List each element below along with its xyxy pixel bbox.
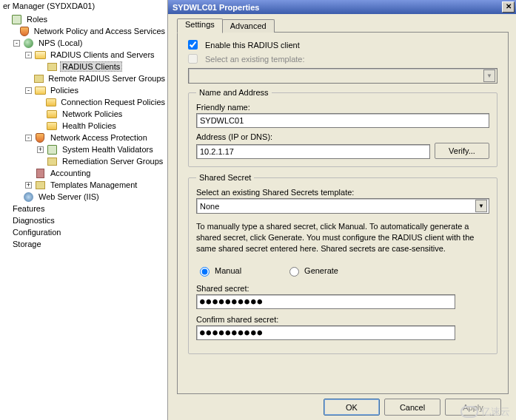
close-button[interactable]: ✕ [502, 1, 515, 13]
tree-node-diagnostics[interactable]: Diagnostics [1, 214, 167, 226]
secret-input[interactable] [196, 294, 455, 309]
tree-label: NPS (Local) [36, 38, 84, 48]
tree-node-features[interactable]: Features [1, 203, 167, 214]
chevron-down-icon: ▼ [483, 70, 495, 82]
tree-label: Policies [48, 85, 81, 95]
expand-icon[interactable]: + [25, 182, 32, 189]
tree-label: Diagnostics [10, 215, 57, 226]
address-label: Address (IP or DNS): [196, 132, 489, 141]
tree-node-nap[interactable]: - Network Access Protection [1, 132, 167, 143]
generate-radio-label[interactable]: Generate [286, 265, 338, 277]
tab-advanced[interactable]: Advanced [222, 19, 275, 33]
tree-label: RADIUS Clients [60, 61, 122, 72]
tree-label: Remote RADIUS Server Groups [46, 73, 167, 84]
properties-dialog: SYDWLC01 Properties ✕ Settings Advanced … [168, 0, 516, 420]
shared-secret-group: Shared Secret Select an existing Shared … [188, 173, 497, 354]
tree-node-nps-local[interactable]: - NPS (Local) [1, 37, 167, 49]
dialog-title: SYDWLC01 Properties [172, 3, 259, 12]
tree-node-radius-clients[interactable]: RADIUS Clients [1, 61, 167, 72]
manual-radio-label[interactable]: Manual [196, 265, 241, 277]
tree-node-hp[interactable]: Health Policies [1, 120, 167, 132]
tree-node-rsg[interactable]: Remediation Server Groups [1, 155, 167, 167]
ok-button[interactable]: OK [324, 399, 380, 416]
tree-node-remote-radius[interactable]: Remote RADIUS Server Groups [1, 72, 167, 84]
tab-settings[interactable]: Settings [177, 18, 223, 33]
collapse-icon[interactable]: - [25, 135, 32, 141]
secret-template-label: Select an existing Shared Secrets templa… [196, 188, 489, 197]
select-template-checkbox [188, 54, 198, 64]
tree-label: Configuration [10, 227, 63, 237]
tree: Roles Network Policy and Access Services… [0, 12, 167, 250]
generate-radio[interactable] [289, 267, 299, 277]
select-template-label: Select an existing template: [205, 55, 305, 64]
tree-node-web-iis[interactable]: Web Server (IIS) [1, 191, 167, 203]
window-title: er Manager (SYDXDA01) [0, 0, 167, 12]
apply-button[interactable]: Apply [445, 399, 501, 416]
collapse-icon[interactable]: - [25, 87, 32, 94]
collapse-icon[interactable]: - [13, 40, 20, 47]
friendly-name-label: Friendly name: [196, 103, 489, 112]
group-legend: Shared Secret [196, 173, 254, 182]
tree-label: Network Policy and Access Services [32, 26, 167, 36]
tree-label: RADIUS Clients and Servers [48, 50, 157, 60]
confirm-secret-input[interactable] [196, 325, 455, 340]
tree-node-npas[interactable]: Network Policy and Access Services [1, 25, 167, 37]
tree-node-templates[interactable]: + Templates Management [1, 179, 167, 191]
verify-button[interactable]: Verify... [435, 143, 489, 159]
tab-strip: Settings Advanced [177, 18, 509, 33]
tree-label: Storage [10, 239, 44, 249]
tree-node-policies[interactable]: - Policies [1, 84, 167, 96]
chevron-down-icon[interactable]: ▼ [475, 200, 487, 212]
confirm-secret-label: Confirm shared secret: [196, 315, 489, 324]
tree-label: Connection Request Policies [58, 97, 167, 107]
tree-node-configuration[interactable]: Configuration [1, 226, 167, 238]
tree-label: Remediation Server Groups [60, 156, 165, 166]
tab-panel-settings: Enable this RADIUS client Select an exis… [177, 32, 509, 394]
titlebar[interactable]: SYDWLC01 Properties ✕ [168, 0, 516, 14]
address-input[interactable] [196, 144, 430, 159]
shared-secret-help: To manually type a shared secret, click … [196, 221, 489, 254]
tree-label: Features [10, 203, 47, 214]
dialog-button-row: OK Cancel Apply [177, 394, 509, 420]
mmc-tree-pane: er Manager (SYDXDA01) Roles Network Poli… [0, 0, 168, 420]
tree-node-shv[interactable]: + System Health Validators [1, 143, 167, 155]
cancel-button[interactable]: Cancel [384, 399, 440, 416]
template-combobox: ▼ [188, 68, 497, 84]
tree-label: Accounting [48, 168, 93, 178]
combobox-value: None [200, 202, 219, 211]
tree-label: Web Server (IIS) [36, 192, 101, 202]
tree-node-crp[interactable]: Connection Request Policies [1, 96, 167, 108]
tree-node-storage[interactable]: Storage [1, 238, 167, 250]
group-legend: Name and Address [196, 88, 272, 97]
tree-node-np[interactable]: Network Policies [1, 108, 167, 120]
name-address-group: Name and Address Friendly name: Address … [188, 88, 497, 167]
tree-label: Network Access Protection [48, 132, 150, 143]
enable-radius-label: Enable this RADIUS client [205, 41, 300, 50]
secret-label: Shared secret: [196, 284, 489, 293]
secret-template-combobox[interactable]: None ▼ [196, 198, 489, 214]
friendly-name-input[interactable] [196, 113, 489, 128]
tree-label: Network Policies [60, 109, 124, 119]
enable-radius-checkbox[interactable] [188, 40, 198, 50]
tree-label: Health Policies [60, 121, 118, 131]
tree-node-radius-cs[interactable]: - RADIUS Clients and Servers [1, 49, 167, 61]
manual-radio[interactable] [200, 267, 210, 277]
expand-icon[interactable]: + [37, 146, 44, 153]
tree-label: Templates Management [48, 180, 139, 190]
tree-node-roles[interactable]: Roles [1, 13, 167, 25]
collapse-icon[interactable]: - [25, 52, 32, 58]
tree-node-accounting[interactable]: Accounting [1, 167, 167, 179]
tree-label: Roles [24, 14, 50, 24]
tree-label: System Health Validators [60, 144, 155, 155]
